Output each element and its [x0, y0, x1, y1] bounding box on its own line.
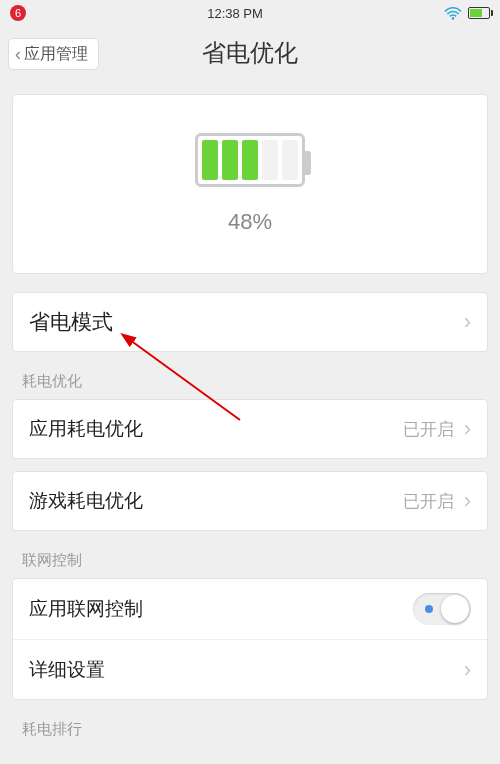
app-power-optimization-row[interactable]: 应用耗电优化 已开启 › — [12, 399, 488, 459]
row-label: 应用联网控制 — [29, 596, 143, 622]
app-network-control-row[interactable]: 应用联网控制 — [13, 579, 487, 639]
status-battery-icon — [468, 7, 490, 19]
notification-badge: 6 — [10, 5, 26, 21]
row-status: 已开启 — [403, 418, 454, 441]
row-status: 已开启 — [403, 490, 454, 513]
chevron-right-icon: › — [464, 309, 471, 335]
chevron-right-icon: › — [464, 488, 471, 514]
switch-knob — [441, 595, 469, 623]
battery-icon — [195, 133, 305, 187]
battery-percent-label: 48% — [228, 209, 272, 235]
section-network-control: 联网控制 — [0, 531, 500, 578]
back-button[interactable]: ‹ 应用管理 — [8, 38, 99, 70]
chevron-left-icon: ‹ — [15, 44, 21, 65]
section-power-ranking: 耗电排行 — [0, 700, 500, 747]
row-label: 应用耗电优化 — [29, 416, 143, 442]
svg-point-0 — [452, 17, 455, 20]
section-power-optimization: 耗电优化 — [0, 352, 500, 399]
row-label: 省电模式 — [29, 308, 113, 336]
row-label: 游戏耗电优化 — [29, 488, 143, 514]
network-detail-settings-row[interactable]: 详细设置 › — [13, 639, 487, 699]
page-title: 省电优化 — [202, 37, 298, 69]
power-saving-mode-row[interactable]: 省电模式 › — [12, 292, 488, 352]
battery-status-card: 48% — [12, 94, 488, 274]
game-power-optimization-row[interactable]: 游戏耗电优化 已开启 › — [12, 471, 488, 531]
chevron-right-icon: › — [464, 416, 471, 442]
switch-indicator-dot — [425, 605, 433, 613]
status-bar: 6 12:38 PM — [0, 0, 500, 26]
nav-header: ‹ 应用管理 省电优化 — [0, 26, 500, 80]
status-time: 12:38 PM — [207, 6, 263, 21]
network-control-group: 应用联网控制 详细设置 › — [12, 578, 488, 700]
wifi-icon — [444, 7, 462, 20]
chevron-right-icon: › — [464, 657, 471, 683]
row-label: 详细设置 — [29, 657, 105, 683]
toggle-switch[interactable] — [413, 593, 471, 625]
back-button-label: 应用管理 — [24, 44, 88, 65]
